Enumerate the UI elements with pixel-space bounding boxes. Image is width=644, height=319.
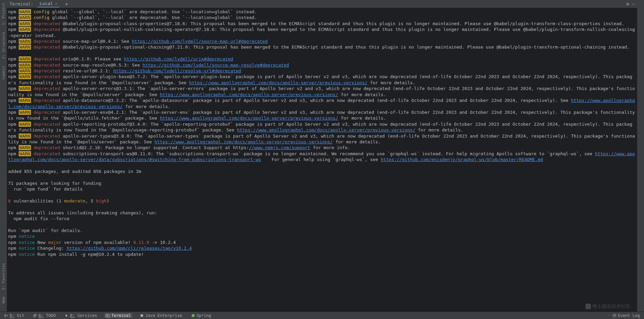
statusbar-java-enterprise[interactable]: Java Enterprise [138,313,183,318]
right-tool-gutter [637,0,644,312]
terminal-line [8,50,636,56]
terminal-link[interactable]: https://www.apollographql.com/docs/apoll… [189,80,367,85]
terminal-line: Run `npm audit` for details. [8,228,636,233]
minimize-icon[interactable]: — [632,1,634,6]
svg-point-1 [5,316,6,317]
terminal-link[interactable]: https://github.com/lydell/urix#deprecate… [124,56,233,61]
gutter-structure[interactable]: 2: Structure [1,31,6,60]
terminal-line [8,192,636,198]
svg-rect-3 [34,314,37,315]
terminal-line: npm WARN deprecated apollo-server-errors… [8,86,636,98]
svg-rect-11 [613,315,615,315]
java-icon [140,314,144,318]
gutter-web[interactable]: Web [1,295,6,305]
statusbar-services[interactable]: 8: Services [63,313,98,318]
svg-point-9 [191,314,194,317]
terminal-line: npm WARN deprecated apollo-server-plugin… [8,74,636,86]
svg-rect-12 [613,316,615,316]
terminal-icon [106,314,110,318]
eventlog-icon [612,314,616,318]
svg-rect-4 [34,315,37,316]
statusbar-todo[interactable]: 6: TODO [32,313,57,318]
terminal-link[interactable]: https://www.apollographql.com/docs/apoll… [160,116,338,121]
terminal-line: npm WARN deprecated source-map-resolve@0… [8,62,636,68]
terminal-link[interactable]: https://github.com/lydell/resolve-url#de… [113,68,241,73]
terminal-line: added 855 packages, and audited 856 pack… [8,169,636,174]
terminal-line: To address all issues (including breakin… [8,210,636,216]
terminal-link[interactable]: https://www.apollographql.com/docs/apoll… [160,92,338,97]
close-icon[interactable]: × [55,1,58,6]
new-terminal-button[interactable]: + [64,1,69,7]
terminal-line [8,163,636,169]
terminal-line [8,222,636,228]
terminal-line: npm notice Changelog: https://github.com… [8,245,636,251]
terminal-link[interactable]: //www.npmjs.com/support [249,145,310,150]
terminal-line: npm WARN deprecated @babel/plugin-propos… [8,21,636,26]
svg-point-2 [7,315,8,316]
gutter-project[interactable]: 1: Project [1,1,6,26]
todo-icon [33,314,37,318]
terminal-line: 71 packages are looking for funding [8,180,636,186]
status-bar: 9: Git 6: TODO 8: Services Terminal Java… [0,312,644,319]
gutter-commit[interactable]: Commit [1,65,6,81]
terminal-line [8,174,636,180]
statusbar-git[interactable]: 9: Git [3,313,26,318]
statusbar-terminal[interactable]: Terminal [104,313,132,318]
watermark: 稀土掘金技术社区 [586,303,630,309]
terminal-line: npm WARN deprecated resolve-url@0.2.1: h… [8,68,636,74]
branch-icon [4,314,8,318]
terminal-link[interactable]: https://github.com/enisdenjo/graphql-ws/… [381,157,543,162]
terminal-line: npm notice [8,233,636,239]
gutter-favorites[interactable]: 2: Favorites [1,262,6,291]
terminal-line: npm WARN deprecated @babel/plugin-propos… [8,44,636,50]
terminal-line: npm WARN deprecated apollo-server-types@… [8,133,636,145]
terminal-tab-local[interactable]: Local × [37,0,60,7]
statusbar-spring[interactable]: Spring [190,313,213,318]
terminal-line: npm audit fix --force [8,216,636,221]
terminal-link[interactable]: https://www.apollographql.com/docs/apoll… [237,127,415,132]
terminal-line: npm WARN config global `--global`, `--lo… [8,15,636,20]
terminal-line: npm WARN deprecated subscriptions-transp… [8,151,636,163]
gear-icon[interactable]: ⚙ [626,1,629,6]
terminal-line: npm WARN deprecated shortid@2.2.16: Pack… [8,145,636,150]
terminal-line: npm WARN deprecated @babel/plugin-propos… [8,26,636,38]
services-icon [65,314,69,318]
terminal-title: Terminal: [10,1,33,6]
terminal-line: npm WARN deprecated apollo-server-env@4.… [8,109,636,121]
spring-icon [191,314,195,318]
terminal-header: Terminal: Local × + ⚙ — [7,0,637,8]
statusbar-eventlog[interactable]: Event Log [611,313,641,318]
terminal-line: npm WARN deprecated source-map-url@0.4.1… [8,38,636,44]
terminal-line [8,204,636,210]
watermark-logo-icon [586,304,591,309]
terminal-output[interactable]: npm WARN config global `--global`, `--lo… [7,8,637,312]
terminal-line: npm notice Run npm install -g npm@10.2.4… [8,251,636,257]
svg-point-0 [5,314,6,315]
terminal-line: npm WARN deprecated apollo-datasource@3.… [8,98,636,109]
svg-rect-5 [34,316,36,317]
terminal-line: npm WARN config global `--global`, `--lo… [8,9,636,15]
terminal-line: npm notice New major version of npm avai… [8,240,636,245]
svg-marker-6 [66,314,68,317]
left-tool-gutter: 1: Project 2: Structure Commit 2: Favori… [0,0,7,312]
terminal-link[interactable]: https://github.com/lydell/source-map-res… [142,63,289,68]
terminal-line: npm WARN deprecated apollo-reporting-pro… [8,121,636,133]
terminal-line: npm WARN deprecated urix@0.1.0: Please s… [8,56,636,62]
terminal-tab-label: Local [39,1,53,6]
terminal-link[interactable]: https://www.apollographql.com/docs/apoll… [154,139,333,144]
terminal-line: 6 vulnerabilities (1 moderate, 5 high) [8,198,636,204]
terminal-link[interactable]: https://github.com/lydell/source-map-url… [132,39,268,44]
terminal-link[interactable]: https://github.com/npm/cli/releases/tag/… [67,246,192,251]
svg-rect-8 [141,314,143,317]
terminal-line: run `npm fund` for details [8,186,636,192]
